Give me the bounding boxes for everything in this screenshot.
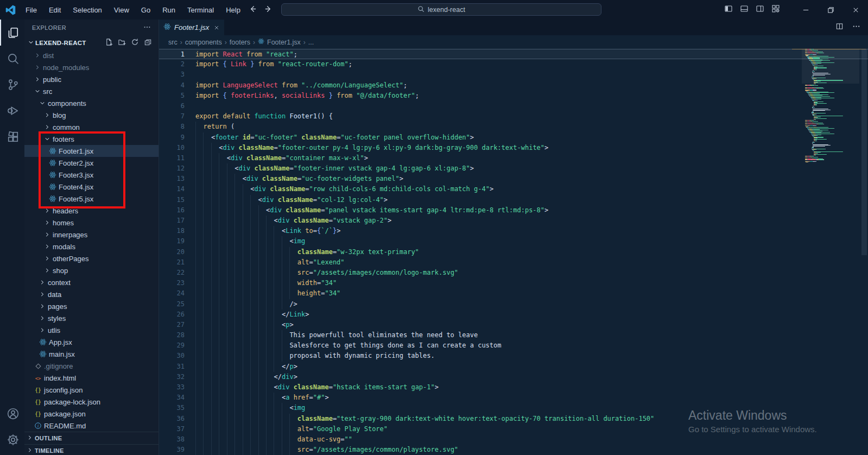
tree-folder-homes[interactable]: homes [24,217,159,229]
tree-folder-public[interactable]: public [24,73,159,85]
code-line-22[interactable]: 22 src="/assets/images/common/logo-mark.… [159,268,868,278]
close-button[interactable] [843,0,868,20]
explorer-icon[interactable] [0,20,24,46]
tree-file-package-lock.json[interactable]: {}package-lock.json [24,396,159,408]
project-root-folder[interactable]: LEXEND-REACT [24,36,159,49]
tab-close-icon[interactable] [213,24,220,31]
breadcrumb-footers[interactable]: footers [230,39,250,46]
tree-file-footer4.jsx[interactable]: Footer4.jsx [24,181,159,193]
code-line-2[interactable]: 2import { Link } from "react-router-dom"… [159,59,868,69]
code-line-39[interactable]: 39 src="/assets/images/common/playstore.… [159,445,868,455]
code-line-37[interactable]: 37 alt="Google Play Store" [159,424,868,434]
code-line-4[interactable]: 4import LanguageSelect from "../common/L… [159,80,868,91]
menu-file[interactable]: File [21,4,42,16]
minimap[interactable] [805,49,856,166]
code-line-8[interactable]: 8 return ( [159,122,868,132]
extensions-icon[interactable] [0,124,24,150]
code-line-6[interactable]: 6 [159,101,868,111]
navigate-forward-icon[interactable] [264,5,273,15]
code-line-34[interactable]: 34 <a href="#"> [159,393,868,403]
menu-view[interactable]: View [109,4,134,16]
editor-more-actions-icon[interactable] [852,22,860,33]
breadcrumb-src[interactable]: src [168,39,178,46]
tab-footer1[interactable]: Footer1.jsx [159,20,224,35]
code-line-32[interactable]: 32 </div> [159,372,868,382]
code-line-33[interactable]: 33 <div className="hstack items-start ga… [159,382,868,393]
tree-file-footer3.jsx[interactable]: Footer3.jsx [24,169,159,181]
code-line-7[interactable]: 7export default function Footer1() { [159,111,868,122]
explorer-more-actions-icon[interactable] [143,23,151,32]
code-line-38[interactable]: 38 data-uc-svg="" [159,434,868,445]
tree-file-jsconfig.json[interactable]: {}jsconfig.json [24,384,159,396]
code-line-5[interactable]: 5import { footerLinks, socialLinks } fro… [159,91,868,101]
code-line-3[interactable]: 3 [159,69,868,80]
new-file-icon[interactable] [105,38,113,47]
tree-folder-styles[interactable]: styles [24,312,159,324]
restore-button[interactable] [818,0,843,20]
navigate-back-icon[interactable] [249,5,257,15]
tree-folder-context[interactable]: context [24,276,159,288]
tree-folder-innerpages[interactable]: innerpages [24,229,159,241]
account-icon[interactable] [0,401,24,427]
code-line-36[interactable]: 36 className="text-gray-900 dark:text-wh… [159,414,868,424]
code-editor[interactable]: 1import React from "react";2import { Lin… [159,49,868,455]
code-line-16[interactable]: 16 <div className="panel vstack items-st… [159,205,868,216]
tree-file-footer1.jsx[interactable]: Footer1.jsx [24,145,159,157]
code-line-13[interactable]: 13 <div className="uc-footer-widgets pan… [159,174,868,184]
code-line-15[interactable]: 15 <div className="col-12 lg:col-4"> [159,195,868,205]
code-line-21[interactable]: 21 alt="Lexend" [159,257,868,268]
tree-file-footer5.jsx[interactable]: Footer5.jsx [24,193,159,205]
code-line-19[interactable]: 19 <img [159,236,868,247]
code-line-17[interactable]: 17 <div className="vstack gap-2"> [159,216,868,226]
run-and-debug-icon[interactable] [0,98,24,124]
refresh-explorer-icon[interactable] [131,38,139,47]
code-line-24[interactable]: 24 height="34" [159,288,868,299]
code-line-28[interactable]: 28 This powerfull tool eliminates the ne… [159,330,868,340]
breadcrumb-file[interactable]: Footer1.jsx [267,39,301,46]
menu-edit[interactable]: Edit [44,4,66,16]
menu-terminal[interactable]: Terminal [182,4,219,16]
minimize-button[interactable] [793,0,818,20]
tree-folder-components[interactable]: components [24,97,159,109]
code-line-35[interactable]: 35 <img [159,403,868,413]
menu-selection[interactable]: Selection [68,4,106,16]
vertical-scrollbar[interactable] [860,49,868,455]
code-line-12[interactable]: 12 <div className="footer-inner vstack g… [159,163,868,174]
code-line-27[interactable]: 27 <p> [159,320,868,330]
breadcrumb-components[interactable]: components [185,39,222,46]
tree-file-index.html[interactable]: <>index.html [24,372,159,384]
scrollbar-thumb[interactable] [861,49,867,255]
code-line-10[interactable]: 10 <div className="footer-outer py-4 lg:… [159,143,868,153]
outline-section[interactable]: OUTLINE [24,432,159,444]
source-control-icon[interactable] [0,72,24,98]
split-editor-icon[interactable] [835,22,844,33]
code-line-20[interactable]: 20 className="w-32px text-primary" [159,247,868,257]
timeline-section[interactable]: TIMELINE [24,444,159,455]
code-line-18[interactable]: 18 <Link to={`/`}> [159,226,868,236]
settings-gear-icon[interactable] [0,427,24,453]
tree-folder-shop[interactable]: shop [24,264,159,276]
tree-file-.gitignore[interactable]: .gitignore [24,360,159,372]
breadcrumb-symbol[interactable]: ... [308,39,314,46]
code-line-30[interactable]: 30 proposal with dynamic pricing tables. [159,351,868,361]
menu-run[interactable]: Run [157,4,180,16]
code-line-31[interactable]: 31 </p> [159,362,868,372]
command-center-search[interactable]: lexend-react [281,3,601,16]
tree-folder-pages[interactable]: pages [24,300,159,312]
tree-folder-otherpages[interactable]: otherPages [24,252,159,264]
tree-folder-headers[interactable]: headers [24,205,159,217]
tree-folder-src[interactable]: src [24,85,159,97]
tree-folder-data[interactable]: data [24,288,159,300]
menu-help[interactable]: Help [221,4,245,16]
tree-folder-utlis[interactable]: utlis [24,324,159,336]
tree-folder-footers[interactable]: footers [24,133,159,145]
customize-layout-icon[interactable] [771,4,780,15]
tree-folder-blog[interactable]: blog [24,109,159,121]
tree-file-package.json[interactable]: {}package.json [24,408,159,420]
code-line-23[interactable]: 23 width="34" [159,278,868,288]
code-line-26[interactable]: 26 </Link> [159,309,868,320]
menu-go[interactable]: Go [136,4,155,16]
tree-file-readme.md[interactable]: iREADME.md [24,420,159,432]
code-line-11[interactable]: 11 <div className="container max-w-xl"> [159,153,868,163]
code-line-29[interactable]: 29 Salesforce to get things done as I ca… [159,340,868,351]
